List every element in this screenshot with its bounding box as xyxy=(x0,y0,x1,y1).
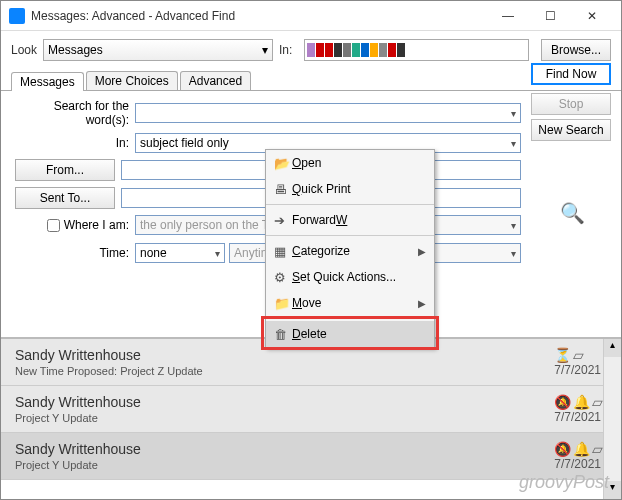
in-box[interactable] xyxy=(304,39,529,61)
submenu-arrow-icon: ▶ xyxy=(418,246,426,257)
menu-item-move[interactable]: 📁Move▶ xyxy=(266,290,434,316)
chevron-down-icon: ▾ xyxy=(511,138,516,149)
result-sender: Sandy Writtenhouse xyxy=(15,394,554,410)
app-icon xyxy=(9,8,25,24)
result-date: 7/7/2021 xyxy=(554,363,601,377)
sent-to-button[interactable]: Sent To... xyxy=(15,187,115,209)
context-menu: 📂Open🖶Quick Print➔ForwardW▦Categorize▶⚙S… xyxy=(265,149,435,348)
chevron-down-icon: ▾ xyxy=(511,248,516,259)
menu-item-forward[interactable]: ➔ForwardW xyxy=(266,207,434,233)
result-subject: Project Y Update xyxy=(15,412,554,424)
time-select[interactable]: none▾ xyxy=(135,243,225,263)
result-date: 7/7/2021 xyxy=(554,457,601,471)
where-label: Where I am: xyxy=(64,218,129,232)
where-checkbox[interactable] xyxy=(47,219,60,232)
tab-more-choices[interactable]: More Choices xyxy=(86,71,178,90)
chevron-down-icon: ▾ xyxy=(511,220,516,231)
new-search-button[interactable]: New Search xyxy=(531,119,611,141)
menu-icon: 📁 xyxy=(274,296,292,311)
close-button[interactable]: ✕ xyxy=(571,2,613,30)
menu-item-delete[interactable]: 🗑Delete xyxy=(266,321,434,347)
chevron-down-icon: ▾ xyxy=(215,248,220,259)
menu-icon: ➔ xyxy=(274,213,292,228)
menu-item-open[interactable]: 📂Open xyxy=(266,150,434,176)
look-label: Look xyxy=(11,43,37,57)
look-value: Messages xyxy=(48,43,103,57)
look-bar: Look Messages ▾ In: Browse... xyxy=(1,31,621,69)
in-label: In: xyxy=(279,43,292,57)
minimize-button[interactable]: — xyxy=(487,2,529,30)
menu-item-quick-print[interactable]: 🖶Quick Print xyxy=(266,176,434,202)
chevron-down-icon: ▾ xyxy=(262,43,268,57)
time-label: Time: xyxy=(15,246,135,260)
look-select[interactable]: Messages ▾ xyxy=(43,39,273,61)
stop-button: Stop xyxy=(531,93,611,115)
menu-icon: 🗑 xyxy=(274,327,292,342)
scroll-up-icon[interactable]: ▴ xyxy=(604,339,621,357)
maximize-button[interactable]: ☐ xyxy=(529,2,571,30)
window-title: Messages: Advanced - Advanced Find xyxy=(31,9,487,23)
menu-item-categorize[interactable]: ▦Categorize▶ xyxy=(266,238,434,264)
search-in-label: In: xyxy=(15,136,135,150)
result-icons: 🔕🔔▱ xyxy=(554,441,607,457)
menu-item-set-quick-actions-[interactable]: ⚙Set Quick Actions... xyxy=(266,264,434,290)
result-icons: ⏳▱ xyxy=(554,347,607,363)
result-subject: Project Y Update xyxy=(15,459,554,471)
result-sender: Sandy Writtenhouse xyxy=(15,441,554,457)
menu-label: Open xyxy=(292,156,426,170)
result-icons: 🔕🔔▱ xyxy=(554,394,607,410)
menu-label: Delete xyxy=(292,327,426,341)
browse-button[interactable]: Browse... xyxy=(541,39,611,61)
menu-label: Move xyxy=(292,296,418,310)
result-date: 7/7/2021 xyxy=(554,410,601,424)
result-row[interactable]: Sandy WrittenhouseProject Y Update🔕🔔▱7/7… xyxy=(1,386,621,433)
result-sender: Sandy Writtenhouse xyxy=(15,347,554,363)
result-subject: New Time Proposed: Project Z Update xyxy=(15,365,554,377)
from-button[interactable]: From... xyxy=(15,159,115,181)
menu-label: ForwardW xyxy=(292,213,426,227)
menu-label: Quick Print xyxy=(292,182,426,196)
menu-icon: 📂 xyxy=(274,156,292,171)
menu-icon: ▦ xyxy=(274,244,292,259)
magnify-icon: 🔍 xyxy=(560,201,585,225)
find-now-button[interactable]: Find Now xyxy=(531,63,611,85)
chevron-down-icon: ▾ xyxy=(511,108,516,119)
menu-label: Set Quick Actions... xyxy=(292,270,426,284)
tab-advanced[interactable]: Advanced xyxy=(180,71,251,90)
watermark: groovyPost xyxy=(519,472,609,493)
titlebar: Messages: Advanced - Advanced Find — ☐ ✕ xyxy=(1,1,621,31)
tabs: Messages More Choices Advanced xyxy=(1,69,621,91)
search-words-label: Search for the word(s): xyxy=(15,99,135,127)
menu-label: Categorize xyxy=(292,244,418,258)
results-list: Sandy WrittenhouseNew Time Proposed: Pro… xyxy=(1,337,621,480)
menu-icon: ⚙ xyxy=(274,270,292,285)
menu-icon: 🖶 xyxy=(274,182,292,197)
tab-messages[interactable]: Messages xyxy=(11,72,84,91)
submenu-arrow-icon: ▶ xyxy=(418,298,426,309)
search-words-input[interactable]: ▾ xyxy=(135,103,521,123)
advanced-find-window: Messages: Advanced - Advanced Find — ☐ ✕… xyxy=(0,0,622,500)
where-i-am-check[interactable]: Where I am: xyxy=(15,218,135,232)
